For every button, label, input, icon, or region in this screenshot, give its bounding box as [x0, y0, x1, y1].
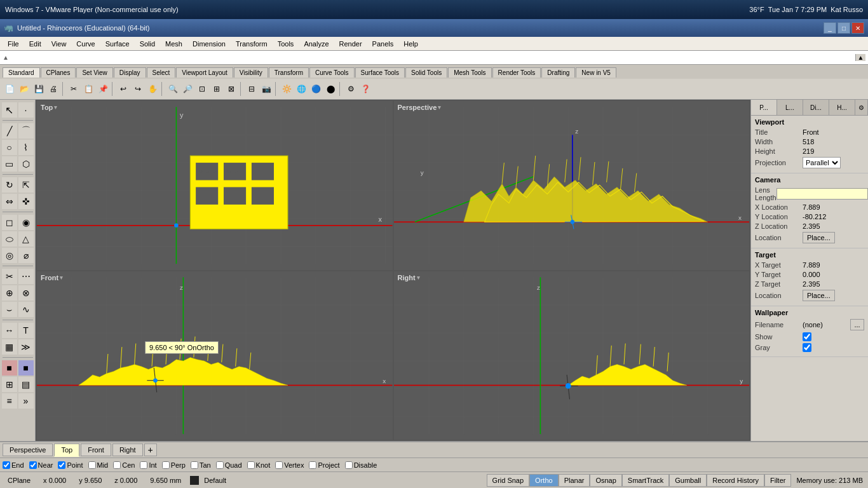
menu-edit[interactable]: Edit — [24, 39, 46, 49]
snap-knot-checkbox[interactable] — [247, 461, 255, 469]
tool-grid-right[interactable]: ▤ — [18, 377, 34, 392]
tool-cylinder[interactable]: ⬭ — [2, 231, 17, 247]
tool-move[interactable]: ✜ — [18, 194, 34, 209]
tool-polyline[interactable]: ⌇ — [18, 140, 34, 155]
btn-smarttrack[interactable]: SmartTrack — [622, 474, 669, 487]
tool-explode[interactable]: ⊗ — [18, 285, 34, 301]
tool-render4[interactable]: ⬤ — [323, 82, 337, 96]
tool-join[interactable]: ⊕ — [2, 285, 17, 301]
snap-perp-checkbox[interactable] — [162, 461, 170, 469]
panel-tab-display[interactable]: Di... — [803, 100, 829, 115]
snap-end-checkbox[interactable] — [3, 461, 10, 469]
tool-zoom-out[interactable]: 🔎 — [180, 82, 194, 96]
menu-file[interactable]: File — [3, 39, 24, 49]
panel-gray-checkbox[interactable] — [803, 343, 811, 352]
tab-select[interactable]: Select — [147, 67, 176, 78]
panel-filename-browse[interactable]: ... — [850, 319, 864, 330]
panel-show-checkbox[interactable] — [803, 332, 811, 341]
tool-text[interactable]: T — [18, 323, 34, 338]
tab-new-v5[interactable]: New in V5 — [576, 67, 616, 78]
tool-rotate[interactable]: ↻ — [2, 177, 17, 193]
tool-paste[interactable]: 📌 — [96, 82, 110, 96]
viewport-top-arrow[interactable]: ▾ — [54, 104, 57, 111]
btn-planar[interactable]: Planar — [559, 474, 590, 487]
panel-tab-settings-icon[interactable]: ⚙ — [855, 100, 868, 115]
btn-record-history[interactable]: Record History — [707, 474, 764, 487]
maximize-button[interactable]: □ — [837, 22, 850, 34]
snap-quad-checkbox[interactable] — [216, 461, 224, 469]
snap-mid-checkbox[interactable] — [88, 461, 96, 469]
snap-project-checkbox[interactable] — [309, 461, 316, 469]
tool-scale[interactable]: ⇱ — [18, 177, 34, 193]
tool-sphere[interactable]: ◉ — [18, 215, 34, 230]
btn-grid-snap[interactable]: Grid Snap — [487, 474, 530, 487]
snap-disable-checkbox[interactable] — [345, 461, 353, 469]
tab-display[interactable]: Display — [114, 67, 146, 78]
tool-open[interactable]: 📂 — [17, 82, 31, 96]
tool-hand[interactable]: ✋ — [146, 82, 159, 96]
tab-front[interactable]: Front — [81, 444, 111, 456]
tab-setview[interactable]: Set View — [76, 67, 112, 78]
btn-ortho[interactable]: Ortho — [529, 474, 559, 487]
viewport-top[interactable]: Top ▾ — [37, 101, 393, 270]
tool-cone[interactable]: △ — [18, 231, 34, 247]
tool-polygon[interactable]: ⬡ — [18, 156, 34, 172]
btn-gumball[interactable]: Gumball — [669, 474, 707, 487]
viewport-front[interactable]: Front ▾ 9.650 < 90° OnOrtho — [37, 271, 393, 440]
panel-tab-layers[interactable]: L... — [777, 100, 803, 115]
tool-help[interactable]: ❓ — [358, 82, 372, 96]
tool-dim[interactable]: ↔ — [2, 323, 17, 338]
tool-camera[interactable]: 📷 — [259, 82, 273, 96]
menu-surface[interactable]: Surface — [100, 39, 135, 49]
snap-point-checkbox[interactable] — [58, 461, 65, 469]
command-input[interactable]: Direction perpendicular to contour plane… — [11, 54, 855, 62]
viewport-right[interactable]: Right ▾ — [394, 271, 750, 440]
tab-right[interactable]: Right — [112, 444, 143, 456]
snap-near-checkbox[interactable] — [29, 461, 37, 469]
menu-transform[interactable]: Transform — [231, 39, 273, 49]
tool-zoom-extent[interactable]: ⊞ — [210, 82, 224, 96]
tool-sweep[interactable]: ⌀ — [18, 248, 34, 263]
tool-box[interactable]: ◻ — [2, 215, 17, 230]
tab-render-tools[interactable]: Render Tools — [492, 67, 541, 78]
tool-render1[interactable]: 🔆 — [280, 82, 294, 96]
menu-tools[interactable]: Tools — [273, 39, 299, 49]
tool-extra1[interactable]: ≡ — [2, 393, 17, 409]
tool-rectangle[interactable]: ▭ — [2, 156, 17, 172]
tool-select-arrow[interactable]: ↖ — [2, 102, 17, 118]
tool-extra2[interactable]: » — [18, 393, 34, 409]
tool-grid-left[interactable]: ⊞ — [2, 377, 17, 392]
tool-split[interactable]: ⋯ — [18, 269, 34, 284]
menu-view[interactable]: View — [46, 39, 72, 49]
tool-layer[interactable]: ■ — [2, 360, 17, 376]
snap-cen-checkbox[interactable] — [113, 461, 121, 469]
menu-help[interactable]: Help — [398, 39, 423, 49]
menu-render[interactable]: Render — [334, 39, 367, 49]
tool-new[interactable]: 📄 — [3, 82, 17, 96]
close-button[interactable]: ✕ — [851, 22, 864, 34]
tab-surface-tools[interactable]: Surface Tools — [355, 67, 405, 78]
tool-layer2[interactable]: ■ — [18, 360, 34, 376]
menu-analyze[interactable]: Analyze — [299, 39, 334, 49]
snap-tan-checkbox[interactable] — [191, 461, 198, 469]
tool-arc[interactable]: ⌒ — [18, 123, 34, 139]
menu-mesh[interactable]: Mesh — [160, 39, 187, 49]
tool-zoom-all[interactable]: ⊠ — [224, 82, 238, 96]
tool-zoom-in[interactable]: 🔍 — [166, 82, 180, 96]
panel-tab-properties[interactable]: P... — [751, 100, 777, 115]
viewport-right-arrow[interactable]: ▾ — [417, 274, 420, 281]
tab-drafting[interactable]: Drafting — [541, 67, 575, 78]
tab-top[interactable]: Top — [54, 444, 79, 457]
tab-curve-tools[interactable]: Curve Tools — [309, 67, 355, 78]
tool-render3[interactable]: 🔵 — [309, 82, 323, 96]
tool-torus[interactable]: ◎ — [2, 248, 17, 263]
viewport-perspective-arrow[interactable]: ▾ — [438, 104, 441, 111]
tab-transform[interactable]: Transform — [269, 67, 309, 78]
tool-save[interactable]: 💾 — [32, 82, 46, 96]
tab-cplanes[interactable]: CPlanes — [41, 67, 76, 78]
tool-render2[interactable]: 🌐 — [294, 82, 308, 96]
panel-tlocation-btn[interactable]: Place... — [803, 290, 835, 301]
menu-dimension[interactable]: Dimension — [187, 39, 231, 49]
menu-curve[interactable]: Curve — [71, 39, 100, 49]
tool-select-point[interactable]: · — [18, 102, 34, 118]
